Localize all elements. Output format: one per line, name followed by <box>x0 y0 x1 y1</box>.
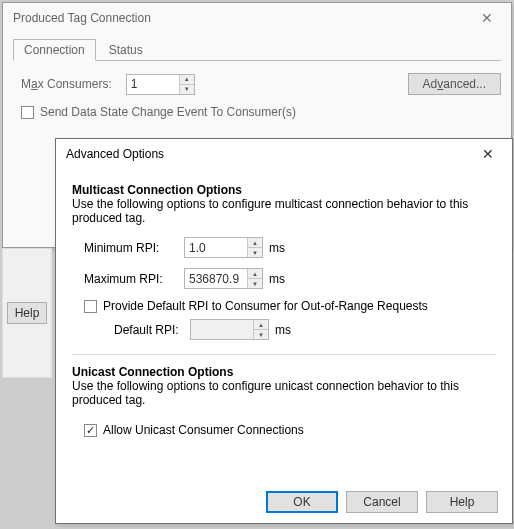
tab-status[interactable]: Status <box>98 39 154 60</box>
min-rpi-stepper[interactable]: ▲ ▼ <box>184 237 263 258</box>
min-rpi-input[interactable] <box>185 238 247 257</box>
dialog-buttonbar: OK Cancel Help <box>56 481 512 523</box>
separator <box>72 354 496 355</box>
advanced-options-dialog: Advanced Options ✕ Multicast Connection … <box>55 138 513 524</box>
max-rpi-input[interactable] <box>185 269 247 288</box>
max-rpi-stepper[interactable]: ▲ ▼ <box>184 268 263 289</box>
chevron-down-icon[interactable]: ▼ <box>248 279 262 288</box>
chevron-down-icon: ▼ <box>254 330 268 339</box>
unicast-desc: Use the following options to configure u… <box>72 379 496 407</box>
default-rpi-unit: ms <box>275 323 291 337</box>
parent-title: Produced Tag Connection <box>13 11 151 25</box>
left-help-panel: Help <box>2 248 52 378</box>
parent-titlebar: Produced Tag Connection ✕ <box>3 3 511 33</box>
min-rpi-unit: ms <box>269 241 285 255</box>
max-rpi-label: Maximum RPI: <box>84 272 184 286</box>
chevron-up-icon[interactable]: ▲ <box>248 238 262 248</box>
min-rpi-label: Minimum RPI: <box>84 241 184 255</box>
close-icon[interactable]: ✕ <box>472 146 504 162</box>
send-data-checkbox[interactable] <box>21 106 34 119</box>
adv-help-button[interactable]: Help <box>426 491 498 513</box>
unicast-title: Unicast Connection Options <box>72 365 496 379</box>
allow-unicast-checkbox[interactable]: ✓ <box>84 424 97 437</box>
max-consumers-stepper[interactable]: ▲ ▼ <box>126 74 195 95</box>
chevron-up-icon: ▲ <box>254 320 268 330</box>
chevron-up-icon[interactable]: ▲ <box>180 75 194 85</box>
tabstrip: Connection Status <box>13 39 501 61</box>
default-rpi-label: Default RPI: <box>114 323 190 337</box>
adv-title: Advanced Options <box>66 147 164 161</box>
adv-titlebar: Advanced Options ✕ <box>56 139 512 169</box>
max-consumers-label: Max Consumers: <box>21 77 112 91</box>
default-rpi-stepper: ▲ ▼ <box>190 319 269 340</box>
advanced-button[interactable]: Advanced... <box>408 73 501 95</box>
allow-unicast-label: Allow Unicast Consumer Connections <box>103 423 304 437</box>
provide-default-label: Provide Default RPI to Consumer for Out-… <box>103 299 428 313</box>
multicast-desc: Use the following options to configure m… <box>72 197 496 225</box>
close-icon[interactable]: ✕ <box>471 10 503 26</box>
max-rpi-unit: ms <box>269 272 285 286</box>
ok-button[interactable]: OK <box>266 491 338 513</box>
chevron-down-icon[interactable]: ▼ <box>180 85 194 94</box>
chevron-up-icon[interactable]: ▲ <box>248 269 262 279</box>
chevron-down-icon[interactable]: ▼ <box>248 248 262 257</box>
send-data-label: Send Data State Change Event To Consumer… <box>40 105 296 119</box>
default-rpi-input <box>191 320 253 339</box>
cancel-button[interactable]: Cancel <box>346 491 418 513</box>
parent-help-button[interactable]: Help <box>7 302 47 324</box>
tab-connection[interactable]: Connection <box>13 39 96 61</box>
max-consumers-input[interactable] <box>127 75 179 94</box>
multicast-title: Multicast Connection Options <box>72 183 496 197</box>
provide-default-checkbox[interactable] <box>84 300 97 313</box>
